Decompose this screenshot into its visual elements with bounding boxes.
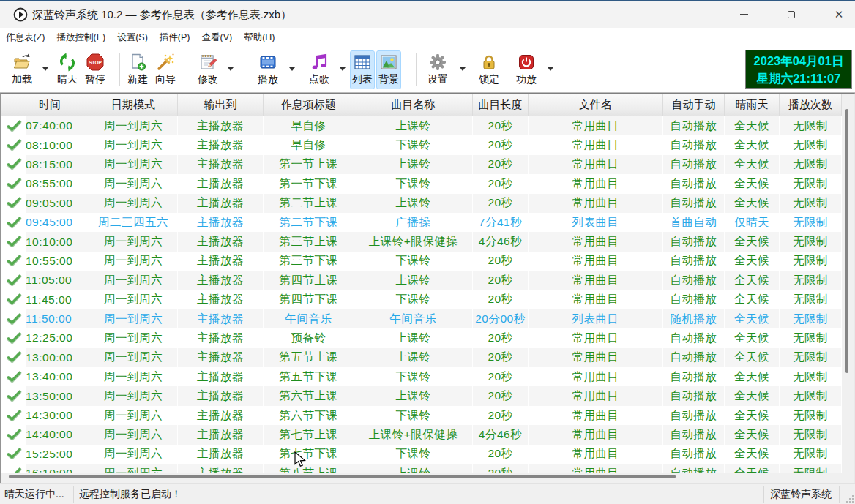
menu-plugins[interactable]: 插件(P) [154, 28, 196, 47]
menu-settings[interactable]: 设置(S) [111, 28, 154, 47]
sunny-refresh-icon [58, 53, 77, 72]
table-row[interactable]: 14:40:00周一到周六主播放器第七节上课上课铃+眼保健操4分46秒常用曲目自… [1, 425, 842, 444]
cell-track-name: 上课铃 [354, 348, 473, 367]
cell-track-length: 20秒 [473, 290, 529, 309]
vertical-scrollbar[interactable] [842, 94, 855, 473]
cell-track-length: 20秒 [473, 386, 529, 405]
table-row[interactable]: 13:00:00周一到周六主播放器第五节上课上课铃20秒常用曲目自动播放全天候无… [1, 348, 842, 367]
load-label: 加载 [12, 73, 32, 86]
minimize-button[interactable] [727, 1, 761, 28]
col-header-item-title[interactable]: 作息项标题 [264, 94, 354, 116]
amplifier-button[interactable]: 功放 [510, 50, 542, 89]
horizontal-scrollbar-thumb[interactable] [9, 475, 676, 478]
modify-button[interactable]: 修改 [192, 50, 224, 89]
table-row[interactable]: 16:10:00周一到周六主播放器第八节上课上课铃20秒常用曲目自动播放全天候无… [1, 464, 842, 473]
table-row[interactable]: 15:25:00周一到周六主播放器第七节下课下课铃20秒常用曲目自动播放全天候无… [1, 445, 842, 464]
cell-play-count: 无限制 [780, 194, 842, 213]
col-header-auto-manual[interactable]: 自动手动 [663, 94, 725, 116]
table-row[interactable]: 14:30:00周一到周六主播放器第六节下课下课铃20秒常用曲目自动播放全天候无… [1, 406, 842, 425]
settings-label: 设置 [428, 73, 448, 86]
maximize-button[interactable] [774, 1, 808, 28]
cell-output: 主播放器 [178, 464, 264, 473]
amplifier-dropdown-arrow[interactable] [548, 67, 553, 71]
cell-output: 主播放器 [178, 213, 264, 232]
cell-weather: 全天候 [725, 135, 780, 154]
table-row[interactable]: 08:55:00周一到周六主播放器第一节下课下课铃20秒常用曲目自动播放全天候无… [1, 174, 842, 193]
cell-time: 12:25:00 [1, 328, 89, 347]
cell-auto-manual: 自动播放 [663, 445, 725, 464]
table-row[interactable]: 07:40:00周一到周六主播放器早自修上课铃20秒常用曲目自动播放全天候无限制 [1, 116, 842, 135]
cell-output: 主播放器 [178, 271, 264, 290]
pause-button[interactable]: STOP 暂停 [79, 50, 111, 89]
check-icon [1, 252, 26, 271]
cell-time: 07:40:00 [1, 116, 89, 135]
menu-schedule[interactable]: 作息表(Z) [0, 28, 51, 47]
table-row[interactable]: 11:50:00周一到周六主播放器午间音乐午间音乐20分00秒列表曲目随机播放全… [1, 309, 842, 328]
background-image-icon [379, 53, 398, 72]
wizard-button[interactable]: 向导 [149, 50, 182, 89]
col-header-weather[interactable]: 晴雨天 [725, 94, 780, 116]
cell-time: 09:45:00 [1, 213, 89, 232]
col-header-time[interactable]: 时间 [1, 94, 89, 116]
col-header-date-mode[interactable]: 日期模式 [89, 94, 178, 116]
vertical-scrollbar-thumb[interactable] [845, 109, 848, 373]
toolbar-separator [242, 53, 242, 86]
list-view-button[interactable]: 列表 [350, 50, 375, 89]
table-row[interactable]: 09:45:00周二三四五六主播放器第二节下课广播操7分41秒列表曲目首曲自动仅… [1, 213, 842, 232]
cell-play-count: 无限制 [780, 213, 842, 232]
table-row[interactable]: 10:10:00周一到周六主播放器第三节上课上课铃+眼保健操4分46秒常用曲目自… [1, 232, 842, 251]
play-button[interactable]: 播放 [252, 50, 284, 89]
table-row[interactable]: 13:40:00周一到周六主播放器第五节下课下课铃20秒常用曲目自动播放全天候无… [1, 367, 842, 386]
cell-output: 主播放器 [178, 174, 264, 193]
cell-auto-manual: 自动播放 [663, 116, 725, 135]
settings-button[interactable]: 设置 [422, 50, 454, 89]
cell-auto-manual: 首曲自动 [663, 213, 725, 232]
cell-file-name: 常用曲目 [529, 367, 663, 386]
col-header-output[interactable]: 输出到 [178, 94, 264, 116]
cell-file-name: 常用曲目 [529, 328, 663, 347]
cell-track-name: 上课铃 [354, 116, 473, 135]
col-header-track-name[interactable]: 曲目名称 [354, 94, 473, 116]
table-row[interactable]: 11:45:00周一到周六主播放器第四节下课下课铃20秒常用曲目自动播放全天候无… [1, 290, 842, 309]
cell-item-title: 第四节上课 [264, 271, 354, 290]
col-header-file-name[interactable]: 文件名 [529, 94, 663, 116]
table-row[interactable]: 13:50:00周一到周六主播放器第六节上课上课铃20秒常用曲目自动播放全天候无… [1, 386, 842, 405]
cell-item-title: 第六节下课 [264, 406, 354, 425]
cell-track-length: 7分41秒 [473, 213, 529, 232]
table-row[interactable]: 11:05:00周一到周六主播放器第四节上课上课铃20秒常用曲目自动播放全天候无… [1, 271, 842, 290]
cell-play-count: 无限制 [780, 445, 842, 464]
table-row[interactable]: 08:15:00周一到周六主播放器第一节上课上课铃20秒常用曲目自动播放全天候无… [1, 155, 842, 174]
menu-playback-control[interactable]: 播放控制(E) [51, 28, 111, 47]
cell-weather: 全天候 [725, 194, 780, 213]
modify-dropdown-arrow[interactable] [228, 67, 234, 71]
close-button[interactable]: ✕ [822, 1, 855, 28]
cell-track-length: 4分46秒 [473, 425, 529, 444]
sunny-label: 晴天 [57, 73, 78, 86]
resize-grip[interactable] [843, 492, 854, 503]
cell-item-title: 第二节上课 [264, 194, 354, 213]
cell-date-mode: 周一到周六 [89, 464, 178, 473]
play-dropdown-arrow[interactable] [289, 67, 295, 71]
table-row[interactable]: 12:25:00周一到周六主播放器预备铃上课铃20秒常用曲目自动播放全天候无限制 [1, 328, 842, 347]
menu-help[interactable]: 帮助(H) [238, 28, 280, 47]
cell-auto-manual: 自动播放 [663, 232, 725, 251]
menu-view[interactable]: 查看(V) [195, 28, 238, 47]
cell-date-mode: 周一到周六 [89, 328, 178, 347]
lock-button[interactable]: 锁定 [473, 50, 505, 89]
cell-file-name: 常用曲目 [529, 406, 663, 425]
song-request-button[interactable]: 点歌 [303, 50, 335, 89]
load-button[interactable]: 加载 [6, 50, 38, 89]
horizontal-scrollbar[interactable] [1, 473, 855, 483]
song-request-dropdown-arrow[interactable] [340, 67, 346, 71]
table-row[interactable]: 10:55:00周一到周六主播放器第三节下课下课铃20秒常用曲目自动播放全天候无… [1, 252, 842, 271]
load-dropdown-arrow[interactable] [42, 67, 48, 71]
cell-time: 16:10:00 [1, 464, 89, 473]
table-row[interactable]: 08:10:00周一到周六主播放器早自修下课铃20秒常用曲目自动播放全天候无限制 [1, 135, 842, 154]
col-header-play-count[interactable]: 播放次数 [780, 94, 842, 116]
col-header-track-length[interactable]: 曲目长度 [473, 94, 529, 116]
edit-notepad-icon [198, 53, 217, 72]
cell-auto-manual: 自动播放 [663, 174, 725, 193]
background-button[interactable]: 背景 [376, 50, 401, 89]
table-row[interactable]: 09:05:00周一到周六主播放器第二节上课上课铃20秒常用曲目自动播放全天候无… [1, 194, 842, 213]
settings-dropdown-arrow[interactable] [460, 67, 466, 71]
